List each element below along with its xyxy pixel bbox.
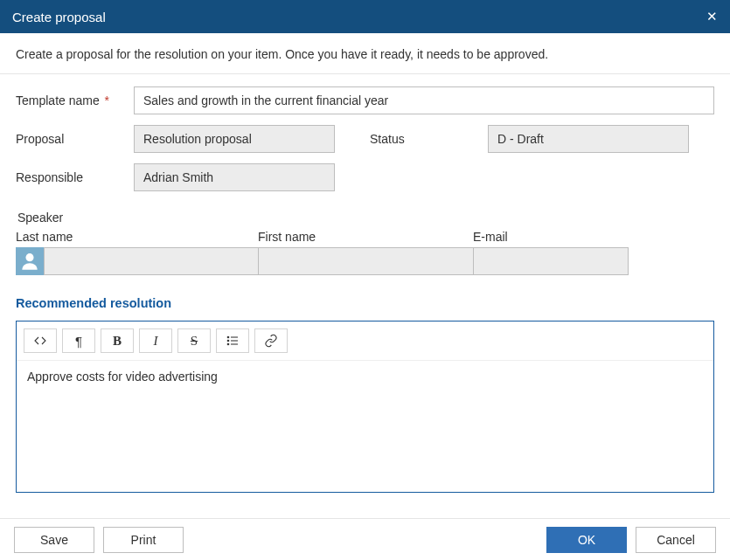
- bold-icon[interactable]: B: [101, 328, 134, 353]
- strike-icon[interactable]: S: [177, 328, 211, 353]
- save-button[interactable]: Save: [14, 527, 94, 553]
- row-proposal-status: Proposal Resolution proposal Status D - …: [16, 125, 714, 153]
- label-speaker: Speaker: [17, 211, 714, 225]
- footer: Save Print OK Cancel: [0, 518, 730, 560]
- intro-text: Create a proposal for the resolution on …: [0, 33, 730, 74]
- col-lastname: Last name: [16, 230, 258, 247]
- editor-toolbar: ¶ B I S: [17, 321, 713, 361]
- form: Template name * Proposal Resolution prop…: [0, 74, 730, 505]
- svg-point-5: [227, 340, 229, 342]
- svg-point-4: [227, 336, 229, 338]
- italic-icon[interactable]: I: [139, 328, 172, 353]
- speaker-lastname-input[interactable]: [44, 247, 258, 275]
- cancel-button[interactable]: Cancel: [636, 527, 716, 553]
- scroll-area[interactable]: Create a proposal for the resolution on …: [0, 33, 730, 518]
- svg-point-6: [227, 343, 229, 345]
- dialog-title: Create proposal: [12, 10, 106, 24]
- editor-body[interactable]: Approve costs for video advertising: [17, 361, 713, 492]
- proposal-field[interactable]: Resolution proposal: [134, 125, 335, 153]
- close-icon[interactable]: ✕: [706, 9, 718, 24]
- label-proposal: Proposal: [16, 132, 134, 146]
- link-icon[interactable]: [254, 328, 288, 353]
- print-button[interactable]: Print: [103, 527, 184, 553]
- speaker-row[interactable]: [16, 247, 714, 275]
- label-status: Status: [370, 132, 488, 146]
- code-icon[interactable]: [24, 328, 57, 353]
- list-icon[interactable]: [216, 328, 249, 353]
- speaker-firstname-input[interactable]: [258, 247, 473, 275]
- row-template: Template name *: [16, 86, 714, 114]
- template-name-input[interactable]: [134, 86, 714, 114]
- titlebar: Create proposal ✕: [0, 0, 730, 33]
- status-field[interactable]: D - Draft: [488, 125, 689, 153]
- speaker-header: Last name First name E-mail: [16, 230, 714, 247]
- row-responsible: Responsible Adrian Smith: [16, 163, 714, 191]
- pilcrow-icon[interactable]: ¶: [62, 328, 95, 353]
- section-recommended: Recommended resolution: [16, 296, 714, 310]
- svg-point-0: [25, 253, 33, 261]
- speaker-block: Speaker Last name First name E-mail: [16, 211, 714, 275]
- speaker-email-input[interactable]: [473, 247, 629, 275]
- avatar-icon[interactable]: [16, 247, 44, 275]
- ok-button[interactable]: OK: [546, 527, 627, 553]
- responsible-field[interactable]: Adrian Smith: [134, 163, 335, 191]
- col-firstname: First name: [258, 230, 473, 247]
- col-email: E-mail: [473, 230, 629, 247]
- label-responsible: Responsible: [16, 170, 134, 184]
- editor: ¶ B I S Approve costs for video advertis…: [16, 321, 714, 493]
- label-template: Template name *: [16, 93, 134, 107]
